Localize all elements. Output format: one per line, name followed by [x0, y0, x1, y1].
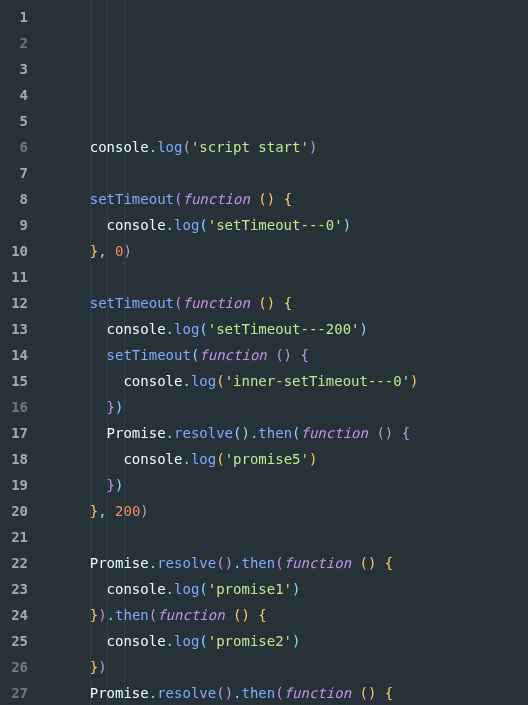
code-token: .: [182, 373, 190, 389]
code-line[interactable]: setTimeout(function () {: [40, 290, 528, 316]
code-line[interactable]: setTimeout(function () {: [40, 342, 528, 368]
code-token: ): [140, 503, 148, 519]
code-token: .: [107, 607, 115, 623]
code-token: Promise: [107, 425, 166, 441]
code-token: console: [107, 581, 166, 597]
code-line[interactable]: console.log('setTimeout---200'): [40, 316, 528, 342]
code-line[interactable]: console.log('script start'): [40, 134, 528, 160]
code-line[interactable]: Promise.resolve().then(function () {: [40, 420, 528, 446]
line-number: 11: [8, 264, 28, 290]
line-number: 19: [8, 472, 28, 498]
line-number: 12: [8, 290, 28, 316]
code-token: [56, 373, 123, 389]
code-token: [56, 321, 107, 337]
code-token: {: [402, 425, 410, 441]
code-line[interactable]: [40, 160, 528, 186]
code-line[interactable]: console.log('inner-setTimeout---0'): [40, 368, 528, 394]
code-token: [56, 425, 107, 441]
code-token: ): [98, 607, 106, 623]
code-token: .: [166, 321, 174, 337]
line-number: 27: [8, 680, 28, 705]
code-token: }: [90, 659, 98, 675]
code-token: .: [149, 555, 157, 571]
code-token: then: [242, 555, 276, 571]
code-token: ): [410, 373, 418, 389]
code-token: }: [107, 477, 115, 493]
code-token: ): [292, 633, 300, 649]
line-number: 22: [8, 550, 28, 576]
code-token: }: [90, 503, 98, 519]
code-token: ): [292, 581, 300, 597]
code-token: ): [98, 659, 106, 675]
code-token: 'script start': [191, 139, 309, 155]
code-token: {: [385, 685, 393, 701]
code-token: resolve: [157, 685, 216, 701]
code-token: (: [149, 607, 157, 623]
code-token: ): [267, 295, 275, 311]
code-line[interactable]: }, 0): [40, 238, 528, 264]
code-token: [56, 685, 90, 701]
code-area[interactable]: console.log('script start') setTimeout(f…: [40, 0, 528, 705]
code-token: [56, 633, 107, 649]
code-token: ,: [98, 503, 106, 519]
code-token: .: [149, 139, 157, 155]
code-line[interactable]: console.log('promise1'): [40, 576, 528, 602]
code-token: (: [275, 555, 283, 571]
code-token: ): [309, 451, 317, 467]
code-token: resolve: [174, 425, 233, 441]
line-number: 1: [8, 4, 28, 30]
code-token: function: [284, 555, 360, 571]
code-token: [56, 295, 90, 311]
code-token: [107, 503, 115, 519]
code-token: {: [284, 191, 292, 207]
code-token: log: [174, 217, 199, 233]
code-line[interactable]: }).then(function () {: [40, 602, 528, 628]
line-number: 10: [8, 238, 28, 264]
code-token: (: [199, 633, 207, 649]
code-token: [56, 347, 107, 363]
code-token: 'promise5': [225, 451, 309, 467]
code-token: console: [107, 217, 166, 233]
line-number: 6: [8, 134, 28, 160]
code-line[interactable]: }, 200): [40, 498, 528, 524]
code-token: console: [107, 321, 166, 337]
code-line[interactable]: }): [40, 394, 528, 420]
code-token: (: [199, 581, 207, 597]
code-token: ): [225, 685, 233, 701]
code-token: {: [284, 295, 292, 311]
code-line[interactable]: }): [40, 654, 528, 680]
code-token: log: [174, 633, 199, 649]
code-line[interactable]: Promise.resolve().then(function () {: [40, 680, 528, 705]
code-editor[interactable]: 1234567891011121314151617181920212223242…: [0, 0, 528, 705]
code-token: then: [115, 607, 149, 623]
line-number: 23: [8, 576, 28, 602]
line-number-gutter: 1234567891011121314151617181920212223242…: [0, 0, 40, 705]
code-line[interactable]: Promise.resolve().then(function () {: [40, 550, 528, 576]
code-line[interactable]: console.log('promise2'): [40, 628, 528, 654]
code-line[interactable]: }): [40, 472, 528, 498]
code-token: [393, 425, 401, 441]
code-token: 200: [115, 503, 140, 519]
code-token: ): [225, 555, 233, 571]
code-token: log: [191, 451, 216, 467]
code-token: setTimeout: [90, 295, 174, 311]
line-number: 21: [8, 524, 28, 550]
line-number: 4: [8, 82, 28, 108]
code-token: then: [242, 685, 276, 701]
code-line[interactable]: [40, 264, 528, 290]
code-token: [376, 555, 384, 571]
code-token: (: [216, 373, 224, 389]
code-line[interactable]: setTimeout(function () {: [40, 186, 528, 212]
code-line[interactable]: console.log('setTimeout---0'): [40, 212, 528, 238]
code-token: [56, 659, 90, 675]
code-token: .: [149, 685, 157, 701]
line-number: 24: [8, 602, 28, 628]
code-token: (: [258, 295, 266, 311]
line-number: 8: [8, 186, 28, 212]
code-token: ): [359, 321, 367, 337]
code-line[interactable]: console.log('promise5'): [40, 446, 528, 472]
code-line[interactable]: [40, 524, 528, 550]
line-number: 18: [8, 446, 28, 472]
code-token: (: [360, 555, 368, 571]
code-token: ): [241, 607, 249, 623]
